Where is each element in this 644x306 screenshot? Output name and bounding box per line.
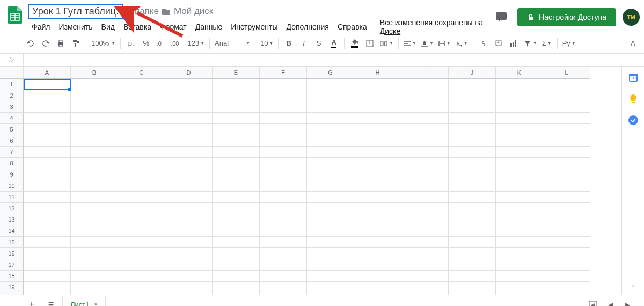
cell[interactable] [354,79,401,90]
folder-location[interactable]: в папке Мой диск [127,6,213,17]
cell[interactable] [24,113,71,124]
collapse-toolbar-button[interactable]: ᐱ [626,37,640,50]
cell[interactable] [449,271,496,282]
cell[interactable] [260,192,307,203]
row-header[interactable]: 10 [0,180,24,192]
cell[interactable] [401,225,449,237]
cell[interactable] [543,271,590,282]
cell[interactable] [165,124,213,135]
vertical-align-button[interactable]: ▼ [419,37,435,50]
cell[interactable] [307,259,354,271]
cell[interactable] [354,225,401,237]
cell[interactable] [71,237,118,248]
cell[interactable] [401,169,449,180]
cell[interactable] [354,259,401,271]
cell[interactable] [496,101,543,113]
currency-button[interactable]: р. [124,37,138,50]
select-all-corner[interactable] [0,67,24,79]
scroll-left-button[interactable]: ◀ [602,297,618,307]
cell[interactable] [24,147,71,158]
cell[interactable] [496,271,543,282]
cell[interactable] [449,147,496,158]
row-header[interactable]: 16 [0,248,24,259]
cell[interactable] [496,113,543,124]
cell[interactable] [401,113,449,124]
cell[interactable] [165,113,213,124]
cell[interactable] [354,282,401,293]
menu-help[interactable]: Справка [334,20,371,33]
cell[interactable] [260,79,307,90]
more-formats-button[interactable]: 123▼ [186,37,206,50]
cell[interactable] [118,192,165,203]
cell[interactable] [118,271,165,282]
cell[interactable] [260,293,307,295]
cell[interactable] [496,237,543,248]
cell[interactable] [118,124,165,135]
cell[interactable] [260,158,307,169]
cell[interactable] [213,271,260,282]
scroll-right-button[interactable]: ▶ [619,297,635,307]
cell[interactable] [260,180,307,192]
cell[interactable] [71,90,118,101]
cell[interactable] [354,271,401,282]
cell[interactable] [165,192,213,203]
cell[interactable] [24,237,71,248]
cell[interactable] [449,79,496,90]
cell[interactable] [401,90,449,101]
tasks-addon-icon[interactable] [628,115,639,126]
cell[interactable] [401,259,449,271]
cell[interactable] [496,225,543,237]
cell[interactable] [307,135,354,147]
cell[interactable] [24,214,71,225]
cell[interactable] [260,271,307,282]
row-header[interactable]: 5 [0,124,24,135]
cell[interactable] [118,203,165,214]
cell[interactable] [307,101,354,113]
print-button[interactable] [54,37,68,50]
cell[interactable] [543,248,590,259]
cell[interactable] [118,169,165,180]
row-header[interactable]: 19 [0,282,24,293]
menu-data[interactable]: Данные [192,20,226,33]
cell[interactable] [401,79,449,90]
cell[interactable] [307,203,354,214]
row-header[interactable]: 14 [0,225,24,237]
cell[interactable] [449,192,496,203]
cell[interactable] [24,259,71,271]
col-header[interactable]: A [24,67,71,79]
col-header[interactable]: B [71,67,118,79]
cell[interactable] [260,248,307,259]
fx-label[interactable]: fx [0,54,24,67]
cell[interactable] [449,101,496,113]
filter-button[interactable]: ▼ [522,37,539,50]
col-header[interactable]: J [449,67,496,79]
cell[interactable] [401,135,449,147]
cell[interactable] [165,271,213,282]
cell[interactable] [165,101,213,113]
cell[interactable] [71,124,118,135]
bold-button[interactable]: B [282,37,296,50]
cell[interactable] [165,237,213,248]
cell[interactable] [354,158,401,169]
insert-chart-button[interactable] [507,37,521,50]
cell[interactable] [449,225,496,237]
cell[interactable] [401,214,449,225]
cell[interactable] [496,293,543,295]
cell[interactable] [260,259,307,271]
cell[interactable] [213,169,260,180]
cell[interactable] [449,124,496,135]
cell[interactable] [307,158,354,169]
cell[interactable] [543,79,590,90]
cell[interactable] [24,135,71,147]
col-header[interactable]: K [496,67,543,79]
cell[interactable] [496,169,543,180]
cell[interactable] [213,248,260,259]
cell[interactable] [401,282,449,293]
cell[interactable] [496,180,543,192]
row-header[interactable]: 7 [0,147,24,158]
col-header[interactable]: D [165,67,213,79]
cell[interactable] [543,203,590,214]
functions-button[interactable]: Σ▼ [540,37,554,50]
italic-button[interactable]: I [297,37,311,50]
text-wrap-button[interactable]: ▼ [436,37,452,50]
